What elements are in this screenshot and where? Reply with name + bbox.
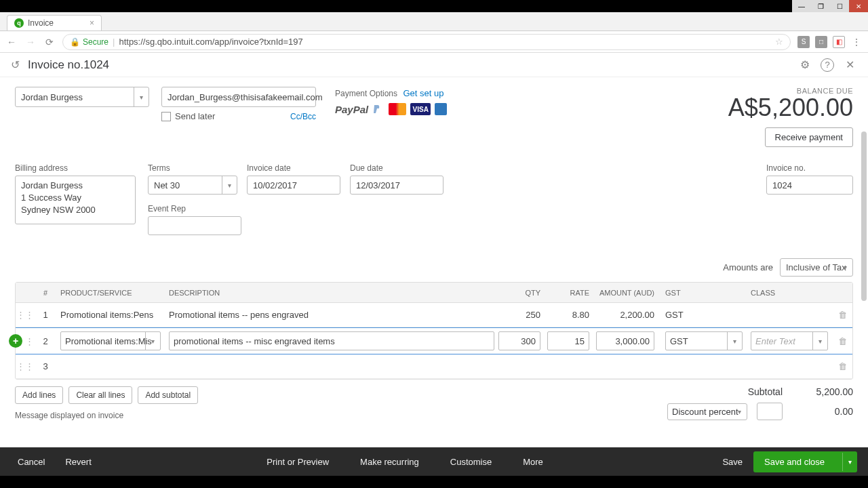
- scrollbar[interactable]: [861, 131, 867, 301]
- subtotal-value: 5,200.00: [792, 386, 853, 397]
- grid-header: # PRODUCT/SERVICE DESCRIPTION QTY RATE A…: [16, 283, 852, 303]
- invoice-number-field[interactable]: 1024: [766, 176, 853, 195]
- mastercard-logo: [389, 103, 406, 115]
- delete-row-icon[interactable]: 🗑: [832, 361, 852, 371]
- line-item-row[interactable]: ⋮⋮ 1 Promotional items:Pens Promotional …: [16, 303, 852, 327]
- chevron-down-icon: ▾: [732, 404, 747, 420]
- paypal-icon: [372, 104, 384, 115]
- customer-name: Jordan Burgess: [21, 92, 83, 102]
- tax-inclusive-select[interactable]: Inclusive of Tax ▾: [780, 258, 853, 277]
- message-label: Message displayed on invoice: [15, 411, 198, 420]
- gear-icon[interactable]: ⚙: [797, 58, 812, 73]
- visa-logo: VISA: [410, 103, 431, 115]
- ext-icon-2[interactable]: □: [815, 36, 827, 48]
- add-subtotal-button[interactable]: Add subtotal: [138, 386, 198, 404]
- url-text: https://sg.qbo.intuit.com/app/invoice?tx…: [119, 37, 302, 47]
- window-controls: — ❐ ☐ ✕: [792, 0, 868, 12]
- back-icon[interactable]: ←: [5, 36, 18, 48]
- window-minimize[interactable]: —: [792, 0, 811, 12]
- cancel-button[interactable]: Cancel: [11, 453, 52, 471]
- qty-input[interactable]: 300: [498, 331, 540, 350]
- more-button[interactable]: More: [516, 453, 550, 471]
- email-field[interactable]: Jordan_Burgess@thisisafakeemail.com: [161, 87, 316, 107]
- chevron-down-icon: ▾: [837, 259, 852, 276]
- subtotal-label: Subtotal: [722, 386, 783, 397]
- billing-address[interactable]: Jordan Burgess 1 Success Way Sydney NSW …: [15, 176, 136, 224]
- amount-input[interactable]: 3,000.00: [596, 331, 654, 350]
- terms-select[interactable]: Net 30 ▾: [148, 176, 237, 195]
- drag-handle-icon[interactable]: ⋮⋮: [16, 310, 35, 320]
- window-maximize[interactable]: ☐: [830, 0, 849, 12]
- history-icon[interactable]: ↺: [11, 58, 20, 71]
- window-close[interactable]: ✕: [849, 0, 868, 12]
- window-restore[interactable]: ❐: [811, 0, 830, 12]
- bookmark-icon[interactable]: ☆: [775, 37, 783, 47]
- customise-button[interactable]: Customise: [443, 453, 498, 471]
- secure-indicator: 🔒 Secure: [70, 37, 108, 47]
- discount-value: 0.00: [792, 406, 853, 417]
- page-title: Invoice no.1024: [28, 58, 109, 72]
- line-item-row-empty[interactable]: ⋮⋮ 3 🗑: [16, 354, 852, 379]
- payment-options: Payment Options Get set up PayPal VISA: [335, 87, 447, 115]
- product-select[interactable]: Promotional items:Mis▾: [60, 331, 161, 350]
- balance-amount: A$5,200.00: [728, 94, 853, 122]
- balance-due: BALANCE DUE A$5,200.00 Receive payment: [728, 87, 853, 147]
- billing-label: Billing address: [15, 163, 136, 173]
- close-icon[interactable]: ✕: [842, 58, 857, 73]
- clear-lines-button[interactable]: Clear all lines: [68, 386, 132, 404]
- recurring-button[interactable]: Make recurring: [353, 453, 426, 471]
- delete-row-icon[interactable]: 🗑: [832, 336, 852, 346]
- ext-icon-1[interactable]: S: [797, 36, 810, 48]
- description-input[interactable]: promotional items -- misc engraved items: [169, 331, 494, 350]
- setup-link[interactable]: Get set up: [403, 88, 444, 98]
- url-bar[interactable]: 🔒 Secure | https://sg.qbo.intuit.com/app…: [62, 34, 791, 50]
- amex-logo: [435, 103, 447, 115]
- discount-input[interactable]: [757, 403, 783, 420]
- chrome-menu-icon[interactable]: ⋮: [850, 36, 863, 48]
- line-item-row-active[interactable]: + ⋮⋮ 2 Promotional items:Mis▾ promotiona…: [16, 327, 852, 354]
- checkbox-icon: [161, 112, 171, 121]
- chevron-down-icon: ▾: [145, 332, 160, 350]
- drag-handle-icon[interactable]: ⋮⋮: [16, 361, 35, 371]
- tab-title: Invoice: [28, 18, 54, 28]
- ccbcc-link[interactable]: Cc/Bcc: [290, 112, 316, 121]
- browser-extensions: S □ ◧ ⋮: [797, 36, 863, 48]
- event-rep-field[interactable]: [148, 216, 241, 235]
- line-items-grid: # PRODUCT/SERVICE DESCRIPTION QTY RATE A…: [15, 282, 853, 380]
- add-lines-button[interactable]: Add lines: [15, 386, 63, 404]
- reload-icon[interactable]: ⟳: [43, 36, 56, 48]
- gst-select[interactable]: GST▾: [665, 331, 743, 350]
- rate-input[interactable]: 15: [547, 331, 589, 350]
- amounts-are-label: Amounts are: [723, 262, 773, 272]
- receive-payment-button[interactable]: Receive payment: [765, 127, 853, 147]
- revert-button[interactable]: Revert: [58, 453, 98, 471]
- ext-icon-3[interactable]: ◧: [833, 36, 845, 48]
- save-dropdown-icon[interactable]: ▾: [842, 453, 857, 471]
- invoice-header: ↺ Invoice no.1024 ⚙ ? ✕: [0, 53, 868, 77]
- chevron-down-icon: ▾: [812, 332, 827, 350]
- browser-tab-bar: q Invoice ×: [0, 12, 868, 31]
- forward-icon[interactable]: →: [24, 36, 37, 48]
- action-footer: Cancel Revert Print or Preview Make recu…: [0, 447, 868, 476]
- help-icon[interactable]: ?: [821, 58, 834, 72]
- paypal-logo: PayPal: [335, 104, 368, 115]
- customer-select[interactable]: Jordan Burgess ▾: [15, 87, 149, 107]
- tab-close-icon[interactable]: ×: [90, 18, 94, 28]
- browser-tab[interactable]: q Invoice ×: [7, 15, 102, 30]
- invoice-form: Jordan Burgess ▾ Jordan_Burgess@thisisaf…: [0, 77, 868, 447]
- chevron-down-icon: ▾: [134, 87, 149, 106]
- class-select[interactable]: Enter Text▾: [751, 331, 828, 350]
- print-button[interactable]: Print or Preview: [260, 453, 336, 471]
- chevron-down-icon: ▾: [222, 176, 237, 194]
- send-later-checkbox[interactable]: Send later: [161, 111, 215, 121]
- invoice-date-field[interactable]: 10/02/2017: [247, 176, 340, 195]
- save-button[interactable]: Save: [711, 451, 753, 472]
- chevron-down-icon: ▾: [727, 332, 742, 350]
- browser-toolbar: ← → ⟳ 🔒 Secure | https://sg.qbo.intuit.c…: [0, 31, 868, 53]
- due-date-field[interactable]: 12/03/2017: [350, 176, 443, 195]
- qb-favicon: q: [14, 18, 24, 28]
- add-row-icon[interactable]: +: [9, 334, 22, 348]
- delete-row-icon[interactable]: 🗑: [832, 310, 852, 320]
- discount-type-select[interactable]: Discount percent ▾: [667, 403, 747, 420]
- save-and-close-button[interactable]: Save and close ▾: [753, 451, 857, 472]
